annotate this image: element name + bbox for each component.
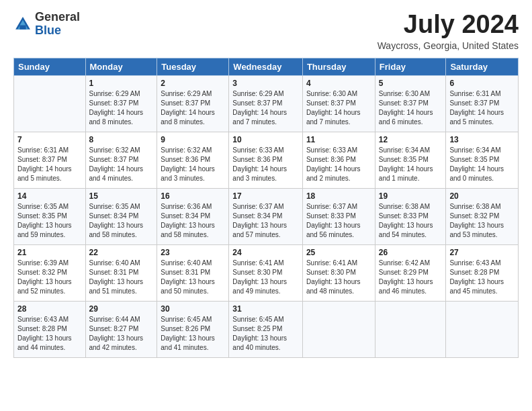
- table-row: 5Sunrise: 6:30 AMSunset: 8:37 PMDaylight…: [375, 75, 446, 132]
- svg-rect-2: [19, 25, 26, 29]
- calendar-week-row: 28Sunrise: 6:43 AMSunset: 8:28 PMDayligh…: [14, 301, 519, 357]
- day-detail: Sunrise: 6:31 AMSunset: 8:37 PMDaylight:…: [449, 89, 515, 127]
- table-row: 19Sunrise: 6:38 AMSunset: 8:33 PMDayligh…: [375, 188, 446, 244]
- day-number: 19: [379, 191, 443, 201]
- day-detail: Sunrise: 6:33 AMSunset: 8:36 PMDaylight:…: [232, 146, 299, 183]
- table-row: 8Sunrise: 6:32 AMSunset: 8:37 PMDaylight…: [85, 132, 157, 188]
- day-number: 25: [306, 248, 371, 257]
- day-number: 29: [89, 304, 154, 314]
- day-detail: Sunrise: 6:37 AMSunset: 8:33 PMDaylight:…: [306, 202, 371, 240]
- table-row: 18Sunrise: 6:37 AMSunset: 8:33 PMDayligh…: [302, 188, 375, 244]
- day-detail: Sunrise: 6:32 AMSunset: 8:37 PMDaylight:…: [89, 146, 154, 183]
- table-row: 21Sunrise: 6:39 AMSunset: 8:32 PMDayligh…: [14, 244, 86, 301]
- table-row: 28Sunrise: 6:43 AMSunset: 8:28 PMDayligh…: [14, 301, 86, 357]
- day-detail: Sunrise: 6:41 AMSunset: 8:30 PMDaylight:…: [306, 259, 371, 296]
- day-number: 21: [17, 248, 82, 257]
- day-detail: Sunrise: 6:42 AMSunset: 8:29 PMDaylight:…: [379, 259, 443, 296]
- day-number: 14: [17, 191, 82, 201]
- col-saturday: Saturday: [446, 58, 519, 75]
- day-number: 4: [306, 79, 371, 88]
- day-detail: Sunrise: 6:45 AMSunset: 8:25 PMDaylight:…: [232, 315, 299, 353]
- table-row: 24Sunrise: 6:41 AMSunset: 8:30 PMDayligh…: [229, 244, 303, 301]
- day-detail: Sunrise: 6:39 AMSunset: 8:32 PMDaylight:…: [17, 259, 82, 296]
- day-number: 8: [89, 135, 154, 144]
- day-number: 10: [232, 135, 299, 144]
- table-row: [446, 301, 519, 357]
- day-number: 30: [161, 304, 225, 314]
- day-detail: Sunrise: 6:35 AMSunset: 8:34 PMDaylight:…: [89, 202, 154, 240]
- day-number: 5: [379, 79, 443, 88]
- table-row: 22Sunrise: 6:40 AMSunset: 8:31 PMDayligh…: [85, 244, 157, 301]
- day-number: 22: [89, 248, 154, 257]
- table-row: 25Sunrise: 6:41 AMSunset: 8:30 PMDayligh…: [302, 244, 375, 301]
- day-detail: Sunrise: 6:30 AMSunset: 8:37 PMDaylight:…: [379, 89, 443, 127]
- table-row: 23Sunrise: 6:40 AMSunset: 8:31 PMDayligh…: [157, 244, 229, 301]
- table-row: 1Sunrise: 6:29 AMSunset: 8:37 PMDaylight…: [85, 75, 157, 132]
- day-number: 2: [161, 79, 225, 88]
- table-row: 30Sunrise: 6:45 AMSunset: 8:26 PMDayligh…: [157, 301, 229, 357]
- table-row: 26Sunrise: 6:42 AMSunset: 8:29 PMDayligh…: [375, 244, 446, 301]
- calendar-week-row: 14Sunrise: 6:35 AMSunset: 8:35 PMDayligh…: [14, 188, 519, 244]
- day-number: 18: [306, 191, 371, 201]
- day-number: 3: [232, 79, 299, 88]
- calendar-week-row: 21Sunrise: 6:39 AMSunset: 8:32 PMDayligh…: [14, 244, 519, 301]
- table-row: 13Sunrise: 6:34 AMSunset: 8:35 PMDayligh…: [446, 132, 519, 188]
- table-row: 15Sunrise: 6:35 AMSunset: 8:34 PMDayligh…: [85, 188, 157, 244]
- logo: General Blue: [13, 11, 80, 38]
- table-row: 4Sunrise: 6:30 AMSunset: 8:37 PMDaylight…: [302, 75, 375, 132]
- day-detail: Sunrise: 6:38 AMSunset: 8:33 PMDaylight:…: [379, 202, 443, 240]
- day-detail: Sunrise: 6:35 AMSunset: 8:35 PMDaylight:…: [17, 202, 82, 240]
- logo-general: General: [35, 10, 80, 24]
- calendar-week-row: 7Sunrise: 6:31 AMSunset: 8:37 PMDaylight…: [14, 132, 519, 188]
- table-row: 17Sunrise: 6:37 AMSunset: 8:34 PMDayligh…: [229, 188, 303, 244]
- table-row: 10Sunrise: 6:33 AMSunset: 8:36 PMDayligh…: [229, 132, 303, 188]
- day-detail: Sunrise: 6:29 AMSunset: 8:37 PMDaylight:…: [161, 89, 225, 127]
- table-row: 3Sunrise: 6:29 AMSunset: 8:37 PMDaylight…: [229, 75, 303, 132]
- col-monday: Monday: [85, 58, 157, 75]
- calendar-week-row: 1Sunrise: 6:29 AMSunset: 8:37 PMDaylight…: [14, 75, 519, 132]
- day-detail: Sunrise: 6:44 AMSunset: 8:27 PMDaylight:…: [89, 315, 154, 353]
- day-number: 28: [17, 304, 82, 314]
- day-detail: Sunrise: 6:31 AMSunset: 8:37 PMDaylight:…: [17, 146, 82, 183]
- table-row: 6Sunrise: 6:31 AMSunset: 8:37 PMDaylight…: [446, 75, 519, 132]
- day-number: 31: [232, 304, 299, 314]
- table-row: 20Sunrise: 6:38 AMSunset: 8:32 PMDayligh…: [446, 188, 519, 244]
- day-detail: Sunrise: 6:40 AMSunset: 8:31 PMDaylight:…: [89, 259, 154, 296]
- day-detail: Sunrise: 6:29 AMSunset: 8:37 PMDaylight:…: [232, 89, 299, 127]
- day-detail: Sunrise: 6:43 AMSunset: 8:28 PMDaylight:…: [449, 259, 515, 296]
- day-detail: Sunrise: 6:34 AMSunset: 8:35 PMDaylight:…: [449, 146, 515, 183]
- day-number: 27: [449, 248, 515, 257]
- day-number: 23: [161, 248, 225, 257]
- day-detail: Sunrise: 6:34 AMSunset: 8:35 PMDaylight:…: [379, 146, 443, 183]
- col-sunday: Sunday: [14, 58, 86, 75]
- page: General Blue July 2024 Waycross, Georgia…: [0, 0, 532, 411]
- logo-text: General Blue: [35, 11, 80, 38]
- table-row: 9Sunrise: 6:32 AMSunset: 8:36 PMDaylight…: [157, 132, 229, 188]
- day-detail: Sunrise: 6:40 AMSunset: 8:31 PMDaylight:…: [161, 259, 225, 296]
- day-number: 16: [161, 191, 225, 201]
- table-row: [302, 301, 375, 357]
- day-detail: Sunrise: 6:45 AMSunset: 8:26 PMDaylight:…: [161, 315, 225, 353]
- day-detail: Sunrise: 6:43 AMSunset: 8:28 PMDaylight:…: [17, 315, 82, 353]
- table-row: 11Sunrise: 6:33 AMSunset: 8:36 PMDayligh…: [302, 132, 375, 188]
- day-number: 17: [232, 191, 299, 201]
- day-number: 20: [449, 191, 515, 201]
- col-wednesday: Wednesday: [229, 58, 303, 75]
- location: Waycross, Georgia, United States: [378, 40, 519, 51]
- day-detail: Sunrise: 6:37 AMSunset: 8:34 PMDaylight:…: [232, 202, 299, 240]
- day-number: 7: [17, 135, 82, 144]
- table-row: 31Sunrise: 6:45 AMSunset: 8:25 PMDayligh…: [229, 301, 303, 357]
- day-detail: Sunrise: 6:41 AMSunset: 8:30 PMDaylight:…: [232, 259, 299, 296]
- table-row: 29Sunrise: 6:44 AMSunset: 8:27 PMDayligh…: [85, 301, 157, 357]
- day-number: 13: [449, 135, 515, 144]
- col-friday: Friday: [375, 58, 446, 75]
- day-number: 24: [232, 248, 299, 257]
- table-row: 16Sunrise: 6:36 AMSunset: 8:34 PMDayligh…: [157, 188, 229, 244]
- table-row: 12Sunrise: 6:34 AMSunset: 8:35 PMDayligh…: [375, 132, 446, 188]
- day-detail: Sunrise: 6:38 AMSunset: 8:32 PMDaylight:…: [449, 202, 515, 240]
- table-row: [375, 301, 446, 357]
- day-number: 26: [379, 248, 443, 257]
- table-row: 7Sunrise: 6:31 AMSunset: 8:37 PMDaylight…: [14, 132, 86, 188]
- day-number: 6: [449, 79, 515, 88]
- month-title: July 2024: [378, 11, 519, 39]
